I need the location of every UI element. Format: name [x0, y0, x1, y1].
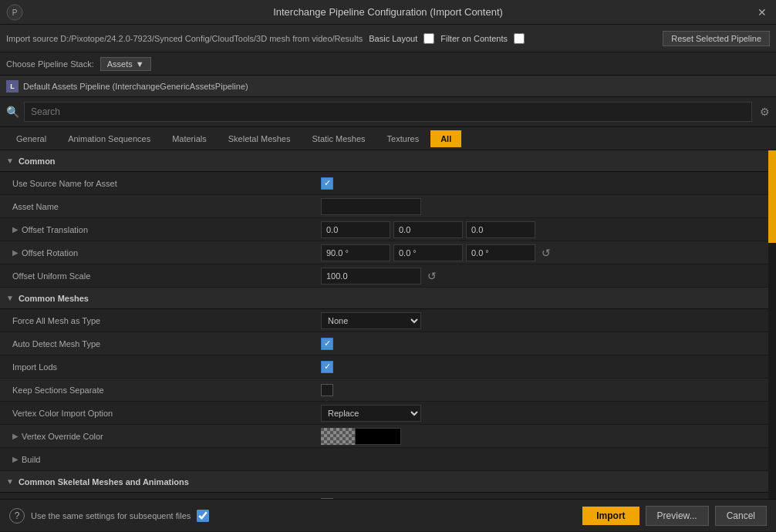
- offset-translation-y-input[interactable]: [393, 221, 463, 238]
- property-build: ▶ Build: [0, 448, 768, 471]
- window-title: Interchange Pipeline Configuration (Impo…: [273, 6, 503, 18]
- offset-uniform-scale-label: Offset Uniform Scale: [12, 271, 90, 281]
- vertex-override-color-expand-icon[interactable]: ▶: [12, 432, 19, 440]
- property-offset-rotation: ▶ Offset Rotation ↺: [0, 241, 768, 264]
- import-button[interactable]: Import: [582, 507, 639, 525]
- asset-name-input[interactable]: [321, 198, 421, 215]
- tab-animation-sequences[interactable]: Animation Sequences: [58, 130, 160, 147]
- pipeline-item-text: Default Assets Pipeline (InterchangeGene…: [23, 82, 248, 91]
- build-label: Build: [22, 455, 40, 464]
- pipeline-item-icon: L: [6, 80, 19, 93]
- offset-translation-expand-icon[interactable]: ▶: [12, 225, 19, 234]
- bottom-bar: ? Use the same settings for subsequent f…: [0, 499, 776, 531]
- subsequent-files-text: Use the same settings for subsequent fil…: [31, 511, 191, 520]
- property-auto-detect-mesh: Auto Detect Mesh Type ✓: [0, 332, 768, 355]
- chevron-common-icon: ▼: [6, 157, 14, 165]
- svg-text:P: P: [12, 8, 18, 17]
- offset-rotation-y-input[interactable]: [393, 244, 463, 261]
- help-icon[interactable]: ?: [9, 508, 25, 524]
- search-row: 🔍 ⚙: [0, 97, 776, 127]
- use-source-name-checkbox[interactable]: ✓: [321, 177, 333, 190]
- reset-pipeline-button[interactable]: Reset Selected Pipeline: [663, 31, 770, 46]
- settings-icon[interactable]: ⚙: [760, 106, 770, 118]
- import-source-text: Import source D:/Pixotope/24.2.0-7923/Sy…: [6, 34, 363, 43]
- section-common-meshes-title: Common Meshes: [19, 294, 89, 303]
- tab-skeletal-meshes[interactable]: Skeletal Meshes: [218, 130, 301, 147]
- toolbar: Import source D:/Pixotope/24.2.0-7923/Sy…: [0, 25, 776, 52]
- section-common-skeletal-header[interactable]: ▼ Common Skeletal Meshes and Animations: [0, 471, 768, 493]
- pipeline-stack-row: Choose Pipeline Stack: Assets ▼: [0, 52, 776, 76]
- property-import-only-animations: Import Only Animations: [0, 493, 768, 499]
- pipeline-stack-dropdown[interactable]: Assets ▼: [100, 57, 151, 71]
- import-lods-checkbox[interactable]: ✓: [321, 361, 333, 373]
- property-keep-sections: Keep Sections Separate: [0, 379, 768, 402]
- offset-rotation-reset-icon[interactable]: ↺: [542, 247, 551, 259]
- property-vertex-override-color: ▶ Vertex Override Color: [0, 425, 768, 448]
- section-common-title: Common: [19, 157, 56, 166]
- property-import-lods: Import Lods ✓: [0, 355, 768, 379]
- chevron-common-meshes-icon: ▼: [6, 294, 14, 302]
- basic-layout-label: Basic Layout: [369, 34, 417, 43]
- filter-on-contents-checkbox[interactable]: [514, 33, 525, 44]
- search-input[interactable]: [24, 102, 752, 122]
- scrollbar-thumb[interactable]: [768, 150, 776, 243]
- section-common-meshes-header[interactable]: ▼ Common Meshes: [0, 288, 768, 309]
- force-all-mesh-label: Force All Mesh as Type: [12, 316, 100, 325]
- content-area: ▼ Common Use Source Name for Asset ✓ Ass…: [0, 150, 776, 499]
- auto-detect-mesh-label: Auto Detect Mesh Type: [12, 339, 100, 348]
- force-all-mesh-select[interactable]: None Static Mesh Skeletal Mesh: [321, 312, 421, 329]
- black-color-swatch: [355, 428, 401, 445]
- pipeline-stack-label: Choose Pipeline Stack:: [6, 59, 94, 69]
- offset-rotation-x-input[interactable]: [321, 244, 390, 261]
- tabs-row: General Animation Sequences Materials Sk…: [0, 127, 776, 150]
- property-offset-uniform-scale: Offset Uniform Scale ↺: [0, 264, 768, 288]
- close-button[interactable]: ✕: [754, 5, 770, 20]
- filter-on-contents-label: Filter on Contents: [440, 34, 508, 43]
- vertex-override-color-label: Vertex Override Color: [22, 432, 103, 441]
- offset-rotation-expand-icon[interactable]: ▶: [12, 248, 19, 257]
- vertex-color-import-select[interactable]: Replace Ignore Override: [321, 405, 421, 422]
- property-vertex-color-import: Vertex Color Import Option Replace Ignor…: [0, 402, 768, 425]
- property-force-all-mesh: Force All Mesh as Type None Static Mesh …: [0, 309, 768, 332]
- scrollbar-track[interactable]: [768, 150, 776, 499]
- offset-translation-z-input[interactable]: [466, 221, 535, 238]
- basic-layout-checkbox[interactable]: [423, 33, 434, 44]
- title-bar: P Interchange Pipeline Configuration (Im…: [0, 0, 776, 25]
- auto-detect-mesh-checkbox[interactable]: ✓: [321, 338, 333, 350]
- use-source-name-label: Use Source Name for Asset: [12, 179, 117, 188]
- tab-general[interactable]: General: [6, 130, 56, 147]
- offset-translation-label: Offset Translation: [22, 225, 88, 234]
- property-use-source-name: Use Source Name for Asset ✓: [0, 172, 768, 195]
- preview-button[interactable]: Preview...: [646, 506, 709, 526]
- offset-uniform-scale-input[interactable]: [321, 268, 421, 285]
- vertex-override-color-swatch[interactable]: [321, 428, 401, 445]
- keep-sections-checkbox[interactable]: [321, 384, 333, 396]
- scroll-content[interactable]: ▼ Common Use Source Name for Asset ✓ Ass…: [0, 150, 768, 499]
- checkerboard-pattern: [321, 428, 355, 445]
- chevron-down-icon: ▼: [136, 59, 144, 69]
- tab-static-meshes[interactable]: Static Meshes: [302, 130, 376, 147]
- import-lods-label: Import Lods: [12, 362, 57, 372]
- keep-sections-label: Keep Sections Separate: [12, 386, 104, 395]
- pipeline-item-row: L Default Assets Pipeline (InterchangeGe…: [0, 76, 776, 97]
- tab-all[interactable]: All: [430, 130, 461, 147]
- tab-materials[interactable]: Materials: [162, 130, 217, 147]
- build-expand-icon[interactable]: ▶: [12, 455, 19, 463]
- app-logo: P: [6, 4, 23, 21]
- tab-textures[interactable]: Textures: [377, 130, 430, 147]
- offset-rotation-label: Offset Rotation: [22, 248, 78, 258]
- import-only-animations-checkbox[interactable]: [321, 498, 333, 500]
- property-offset-translation: ▶ Offset Translation: [0, 218, 768, 241]
- search-icon: 🔍: [6, 106, 19, 118]
- offset-uniform-scale-reset-icon[interactable]: ↺: [427, 270, 437, 282]
- subsequent-files-checkbox[interactable]: [197, 510, 209, 522]
- chevron-common-skeletal-icon: ▼: [6, 477, 14, 486]
- vertex-color-import-label: Vertex Color Import Option: [12, 409, 113, 418]
- asset-name-label: Asset Name: [12, 202, 59, 211]
- offset-rotation-z-input[interactable]: [466, 244, 535, 261]
- section-common-header[interactable]: ▼ Common: [0, 150, 768, 172]
- property-asset-name: Asset Name: [0, 195, 768, 218]
- offset-translation-x-input[interactable]: [321, 221, 390, 238]
- cancel-button[interactable]: Cancel: [715, 506, 767, 526]
- section-common-skeletal-title: Common Skeletal Meshes and Animations: [19, 477, 189, 487]
